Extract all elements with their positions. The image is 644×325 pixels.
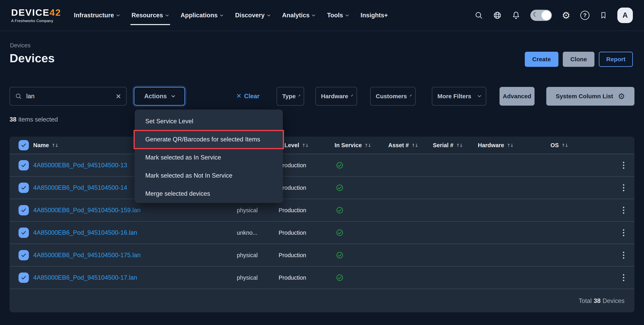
table-row: 4A85000EB6_Pod_945104500-159.lan physica… [10,199,634,222]
row-checkbox[interactable] [18,273,29,283]
chevron-down-icon [220,13,223,16]
device-name-link[interactable]: 4A85000EB6_Pod_945104500-16.lan [33,229,137,236]
chevron-down-icon [116,13,120,16]
search-input[interactable] [26,93,112,100]
check-icon [21,185,27,191]
globe-icon[interactable] [493,11,502,20]
nav-item-tools[interactable]: Tools [327,12,348,19]
table-header-row: Name↑↓ Service Level↑↓ In Service↑↓ Asse… [10,137,634,154]
check-icon [21,142,27,148]
row-menu-kebab[interactable] [621,182,626,193]
row-checkbox[interactable] [18,160,29,170]
sort-icon: ↑↓ [411,143,418,148]
device-name-link[interactable]: 4A85000EB6_Pod_945104500-159.lan [33,207,141,214]
notifications-bell-icon[interactable] [512,11,520,20]
clone-button[interactable]: Clone [563,52,594,67]
row-menu-kebab[interactable] [621,250,626,261]
row-checkbox[interactable] [18,205,29,215]
device-type: physical [237,207,258,213]
device-name-link[interactable]: 4A85000EB6_Pod_945104500-17.lan [33,274,137,281]
row-checkbox[interactable] [18,228,29,238]
menu-item-set-service-level[interactable]: Set Service Level [135,112,282,130]
row-menu-kebab[interactable] [621,227,626,238]
table-row: 4A85000EB6_Pod_945104500-14 Production [10,177,634,199]
menu-item-merge-selected[interactable]: Merge selected devices [135,185,282,203]
in-service-check-icon [336,274,344,282]
clear-filters-button[interactable]: × Clear [236,87,260,106]
table-row: 4A85000EB6_Pod_945104500-175.lan physica… [10,244,634,267]
column-header-asset[interactable]: Asset #↑↓ [388,142,418,149]
menu-item-mark-not-in-service[interactable]: Mark selected as Not In Service [135,166,282,185]
bookmark-icon[interactable] [600,11,608,20]
check-icon [21,252,27,258]
sort-icon: ↑↓ [562,143,568,148]
nav-item-resources[interactable]: Resources [132,12,168,19]
nav-item-discovery[interactable]: Discovery [235,12,270,19]
menu-item-generate-qr-barcodes[interactable]: Generate QR/Barcodes for selected Items [135,130,282,148]
create-button[interactable]: Create [525,52,558,67]
logo-tagline: A Freshworks Company [11,19,61,23]
row-checkbox[interactable] [18,183,29,193]
column-header-name[interactable]: Name↑↓ [33,142,58,149]
sort-icon: ↑↓ [302,143,308,148]
toggle-knob [542,10,551,20]
column-header-hardware[interactable]: Hardware↑↓ [478,142,513,149]
actions-dropdown-button[interactable]: Actions [134,87,185,106]
nav-item-applications[interactable]: Applications [180,12,223,19]
chevron-down-icon [267,13,270,16]
row-checkbox[interactable] [18,250,29,260]
logo-wordmark: DEVICE42 [11,8,61,17]
search-icon[interactable] [475,11,483,19]
sort-icon: ↑↓ [52,143,58,148]
hardware-filter-dropdown[interactable]: Hardware [316,87,357,106]
search-box[interactable]: × [10,87,126,106]
chevron-down-icon [478,94,481,97]
moon-icon: ☾ [533,11,538,18]
theme-toggle[interactable]: ☾ [530,10,552,21]
column-header-serial[interactable]: Serial #↑↓ [433,142,462,149]
actions-dropdown-menu: Set Service Level Generate QR/Barcodes f… [135,110,283,203]
page-actions: Create Clone Report [525,52,633,67]
customers-filter-dropdown[interactable]: Customers [370,87,416,106]
nav-item-analytics[interactable]: Analytics [282,12,315,19]
chevron-down-icon [312,13,315,16]
more-filters-dropdown[interactable]: More Filters [432,87,486,106]
device42-logo[interactable]: DEVICE42 A Freshworks Company [11,8,61,23]
table-row: 4A85000EB6_Pod_945104500-16.lan unkno...… [10,222,634,244]
check-icon [21,207,27,213]
service-level: Production [278,252,306,258]
advanced-button[interactable]: Advanced [500,87,534,106]
in-service-check-icon [336,251,344,259]
system-column-list-button[interactable]: System Column List ⚙ [546,87,634,106]
nav-item-insights[interactable]: Insights+ [360,12,388,19]
device-name-link[interactable]: 4A85000EB6_Pod_945104500-175.lan [33,252,141,259]
nav-item-infrastructure[interactable]: Infrastructure [74,12,119,19]
row-menu-kebab[interactable] [621,272,626,283]
menu-item-mark-in-service[interactable]: Mark selected as In Service [135,148,282,166]
in-service-check-icon [336,162,344,169]
help-icon[interactable]: ? [580,11,590,20]
select-all-checkbox[interactable] [18,140,29,150]
row-menu-kebab[interactable] [621,160,626,171]
topbar-icons: ☾ ⚙ ? A [475,7,633,23]
clear-search-icon[interactable]: × [116,92,121,101]
clear-x-icon: × [236,92,242,100]
selected-count: 38items selected [10,116,58,123]
main-nav: Infrastructure Resources Applications Di… [74,12,388,19]
column-header-in-service[interactable]: In Service↑↓ [334,142,371,149]
filter-bar: × Actions × Clear Type Hardware Customer… [10,87,634,106]
sort-icon: ↑↓ [507,143,513,148]
type-filter-dropdown[interactable]: Type [277,87,304,106]
device-type: physical [237,274,258,281]
avatar[interactable]: A [617,7,633,23]
report-button[interactable]: Report [599,52,633,67]
device-name-link[interactable]: 4A85000EB6_Pod_945104500-14 [33,184,127,191]
device-name-link[interactable]: 4A85000EB6_Pod_945104500-13 [33,162,127,169]
check-icon [21,275,27,281]
row-menu-kebab[interactable] [621,205,626,216]
settings-gear-icon[interactable]: ⚙ [562,10,570,20]
service-level: Production [278,274,306,281]
column-header-os[interactable]: OS↑↓ [550,142,568,149]
breadcrumb[interactable]: Devices [10,42,30,49]
service-level: Production [278,229,306,236]
